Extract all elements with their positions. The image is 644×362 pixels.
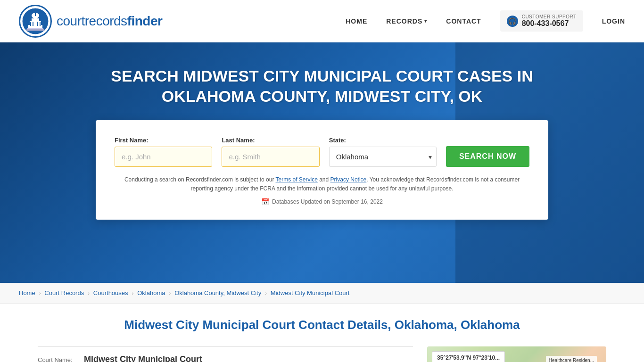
last-name-label: Last Name: <box>222 137 319 144</box>
svg-rect-6 <box>35 13 36 16</box>
svg-rect-8 <box>33 22 33 26</box>
breadcrumb-oklahoma-county[interactable]: Oklahoma County, Midwest City <box>174 289 261 296</box>
map-coords-box: 35°27'53.9"N 97°23'10... View larger map <box>432 351 505 362</box>
support-number: 800-433-0567 <box>522 19 577 28</box>
terms-link[interactable]: Terms of Service <box>276 176 318 183</box>
db-updated-text: Databases Updated on September 16, 2022 <box>272 198 383 205</box>
first-name-label: First Name: <box>115 137 212 144</box>
svg-rect-10 <box>40 22 41 26</box>
state-group: State: AlabamaAlaskaArizonaArkansasCalif… <box>329 137 437 167</box>
state-select[interactable]: AlabamaAlaskaArizonaArkansasCaliforniaCo… <box>329 147 437 167</box>
breadcrumb-sep-5: › <box>265 290 267 296</box>
records-label: RECORDS <box>386 17 422 25</box>
support-area[interactable]: 🎧 CUSTOMER SUPPORT 800-433-0567 <box>500 10 583 32</box>
breadcrumb-sep-1: › <box>39 290 41 296</box>
logo-area[interactable]: courtrecordsfinder <box>19 5 162 38</box>
court-name-value: Midwest City Municipal Court <box>84 354 202 362</box>
breadcrumb-sep-4: › <box>169 290 171 296</box>
logo-text: courtrecordsfinder <box>57 14 162 29</box>
details-left: Court Name: Midwest City Municipal Court… <box>38 346 413 362</box>
svg-rect-7 <box>30 22 31 26</box>
search-fields: First Name: Last Name: State: AlabamaAla… <box>115 137 529 167</box>
svg-rect-9 <box>37 22 38 26</box>
breadcrumb-courthouses[interactable]: Courthouses <box>93 289 128 296</box>
court-name-label: Court Name: <box>38 356 80 362</box>
details-right: 35°27'53.9"N 97°23'10... View larger map… <box>427 346 606 362</box>
login-button[interactable]: LOGIN <box>602 17 625 25</box>
last-name-group: Last Name: <box>222 137 319 167</box>
map-container[interactable]: 35°27'53.9"N 97°23'10... View larger map… <box>427 346 606 362</box>
breadcrumb-court-records[interactable]: Court Records <box>44 289 84 296</box>
logo-icon <box>19 5 52 38</box>
nav-home[interactable]: HOME <box>346 17 367 25</box>
header: courtrecordsfinder HOME RECORDS ▾ CONTAC… <box>0 0 644 42</box>
support-label: CUSTOMER SUPPORT <box>522 14 577 19</box>
main-content: Midwest City Municipal Court Contact Det… <box>0 304 644 362</box>
disclaimer-text: Conducting a search on Recordsfinder.com… <box>115 175 529 193</box>
state-select-wrapper: AlabamaAlaskaArizonaArkansasCaliforniaCo… <box>329 147 437 167</box>
calendar-icon: 📅 <box>261 198 269 206</box>
svg-rect-11 <box>27 28 43 29</box>
breadcrumb-sep-3: › <box>132 290 134 296</box>
map-coords: 35°27'53.9"N 97°23'10... <box>437 354 500 361</box>
headset-icon: 🎧 <box>507 16 518 27</box>
records-chevron-icon: ▾ <box>424 18 427 24</box>
privacy-link[interactable]: Privacy Notice <box>330 176 367 183</box>
breadcrumb-current: Midwest City Municipal Court <box>271 289 350 296</box>
search-card: First Name: Last Name: State: AlabamaAla… <box>96 120 548 220</box>
last-name-input[interactable] <box>222 147 319 167</box>
support-text: CUSTOMER SUPPORT 800-433-0567 <box>522 14 577 28</box>
nav-records[interactable]: RECORDS ▾ <box>386 17 427 25</box>
nav-contact[interactable]: CONTACT <box>446 17 481 25</box>
hero-section: SEARCH MIDWEST CITY MUNICIPAL COURT CASE… <box>0 42 644 283</box>
court-name-row: Court Name: Midwest City Municipal Court <box>38 346 413 362</box>
search-button[interactable]: SEARCH NOW <box>446 146 529 167</box>
state-label: State: <box>329 137 437 144</box>
first-name-group: First Name: <box>115 137 212 167</box>
main-nav: HOME RECORDS ▾ CONTACT 🎧 CUSTOMER SUPPOR… <box>346 10 625 32</box>
db-updated: 📅 Databases Updated on September 16, 202… <box>115 198 529 206</box>
breadcrumb-oklahoma[interactable]: Oklahoma <box>137 289 165 296</box>
section-title: Midwest City Municipal Court Contact Det… <box>38 318 606 332</box>
hero-title: SEARCH MIDWEST CITY MUNICIPAL COURT CASE… <box>110 66 534 106</box>
breadcrumb-home[interactable]: Home <box>19 289 35 296</box>
first-name-input[interactable] <box>115 147 212 167</box>
map-label-healthcare: Healthcare Residen... <box>546 356 597 362</box>
breadcrumb-sep-2: › <box>88 290 90 296</box>
details-grid: Court Name: Midwest City Municipal Court… <box>38 346 606 362</box>
breadcrumb: Home › Court Records › Courthouses › Okl… <box>0 283 644 304</box>
svg-rect-12 <box>26 29 44 31</box>
